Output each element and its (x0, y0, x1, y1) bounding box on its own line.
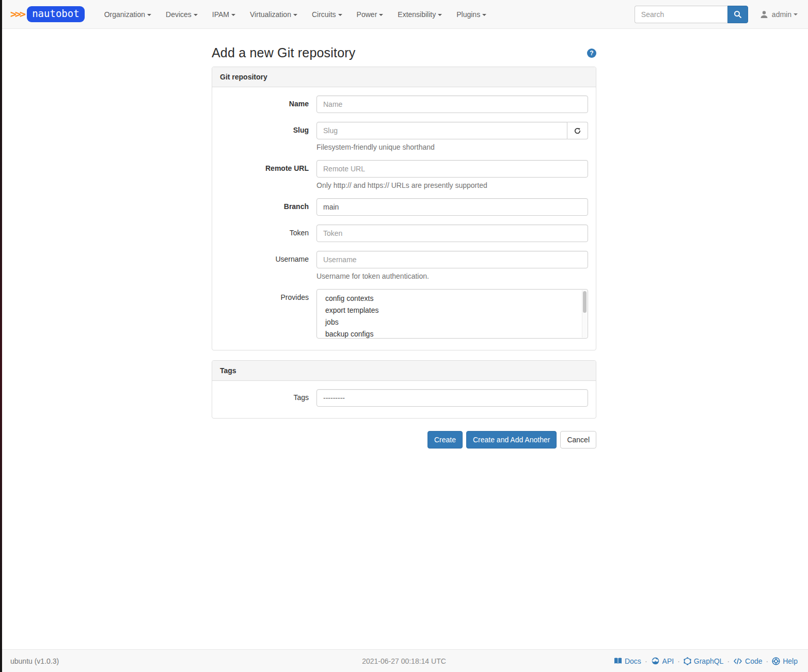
cancel-button[interactable]: Cancel (560, 431, 596, 449)
help-link[interactable]: Help (772, 657, 798, 665)
api-icon (651, 657, 660, 665)
tags-input[interactable] (316, 389, 588, 407)
menu-item-circuits[interactable]: Circuits (305, 5, 350, 24)
menu-item-ipam[interactable]: IPAM (205, 5, 243, 24)
branch-input[interactable] (316, 198, 588, 216)
provides-option-config-contexts[interactable]: config contexts (317, 293, 588, 305)
help-icon (772, 657, 780, 665)
create-and-add-another-button[interactable]: Create and Add Another (466, 431, 557, 449)
main-menu: Organization Devices IPAM Virtualization… (97, 5, 635, 24)
menu-item-plugins[interactable]: Plugins (449, 5, 494, 24)
search-icon (734, 10, 742, 19)
chevron-down-icon (194, 14, 198, 16)
remote-url-input[interactable] (316, 160, 588, 178)
regenerate-slug-button[interactable] (567, 122, 588, 139)
name-field-row: Name (220, 95, 588, 113)
provides-option-backup-configs[interactable]: backup configs (317, 328, 588, 339)
remote-url-label: Remote URL (220, 160, 316, 189)
name-label: Name (220, 95, 316, 113)
menu-item-organization[interactable]: Organization (97, 5, 159, 24)
code-link[interactable]: Code (733, 657, 762, 665)
panel-title: Git repository (212, 67, 596, 87)
search-input[interactable] (635, 6, 727, 23)
branch-field-row: Branch (220, 198, 588, 216)
logo-chevrons-icon: >>> (10, 9, 24, 19)
menu-item-extensibility[interactable]: Extensibility (390, 5, 449, 24)
separator: · (645, 657, 647, 665)
token-field-row: Token (220, 225, 588, 242)
search-button[interactable] (727, 6, 748, 23)
chevron-down-icon (338, 14, 342, 16)
menu-item-devices[interactable]: Devices (159, 5, 205, 24)
separator: · (766, 657, 769, 665)
separator: · (677, 657, 680, 665)
tags-field-row: Tags (220, 389, 588, 407)
user-menu[interactable]: admin (759, 10, 798, 19)
hostname-version: ubuntu (v1.0.3) (10, 657, 207, 665)
username-help-text: Username for token authentication. (316, 272, 588, 280)
menu-item-virtualization[interactable]: Virtualization (243, 5, 305, 24)
slug-help-text: Filesystem-friendly unique shorthand (316, 143, 588, 151)
docs-link[interactable]: Docs (614, 657, 641, 665)
username-field-row: Username Username for token authenticati… (220, 251, 588, 280)
form-actions: Create Create and Add Another Cancel (212, 431, 596, 449)
page-footer: ubuntu (v1.0.3) 2021-06-27 00:18:14 UTC … (0, 649, 808, 672)
help-icon[interactable]: ? (587, 49, 596, 58)
logo-wordmark: nautobot (27, 6, 85, 22)
refresh-icon (574, 127, 581, 135)
navbar-search (635, 6, 748, 23)
user-label: admin (772, 10, 791, 19)
chevron-down-icon (379, 14, 383, 16)
nautobot-logo[interactable]: >>> nautobot (10, 6, 85, 22)
docs-icon (614, 657, 622, 665)
create-button[interactable]: Create (427, 431, 463, 449)
provides-multiselect[interactable]: config contexts export templates jobs ba… (316, 289, 588, 339)
slug-label: Slug (220, 122, 316, 151)
slug-input[interactable] (316, 122, 567, 139)
code-icon (733, 658, 742, 665)
footer-links: Docs · API · GraphQL · (601, 657, 798, 665)
page-title: Add a new Git repository (212, 45, 356, 60)
user-icon (759, 10, 769, 19)
provides-option-jobs[interactable]: jobs (317, 316, 588, 328)
chevron-down-icon (293, 14, 297, 16)
git-repository-panel: Git repository Name Slug (212, 67, 596, 350)
remote-url-help-text: Only http:// and https:// URLs are prese… (316, 181, 588, 189)
chevron-down-icon (231, 14, 235, 16)
menu-item-power[interactable]: Power (350, 5, 391, 24)
username-input[interactable] (316, 251, 588, 268)
chevron-down-icon (438, 14, 442, 16)
tags-label: Tags (220, 389, 316, 407)
top-navbar: >>> nautobot Organization Devices IPAM V… (0, 0, 808, 29)
api-link[interactable]: API (651, 657, 674, 665)
listbox-scrollbar[interactable] (582, 290, 587, 338)
remote-url-field-row: Remote URL Only http:// and https:// URL… (220, 160, 588, 189)
username-label: Username (220, 251, 316, 280)
scrollbar-thumb[interactable] (583, 291, 587, 313)
graphql-link[interactable]: GraphQL (684, 657, 724, 665)
graphql-icon (684, 657, 691, 665)
provides-field-row: Provides config contexts export template… (220, 289, 588, 339)
chevron-down-icon (794, 13, 798, 15)
chevron-down-icon (482, 14, 486, 16)
tags-panel-title: Tags (212, 361, 596, 381)
screen-edge-strip (0, 0, 2, 672)
chevron-down-icon (147, 14, 151, 16)
tags-panel: Tags Tags (212, 360, 596, 419)
main-content: Add a new Git repository ? Git repositor… (212, 45, 596, 449)
token-input[interactable] (316, 225, 588, 242)
name-input[interactable] (316, 95, 588, 113)
server-timestamp: 2021-06-27 00:18:14 UTC (207, 657, 601, 665)
separator: · (727, 657, 730, 665)
slug-field-row: Slug Filesystem-friendly unique shorthan… (220, 122, 588, 151)
provides-option-export-templates[interactable]: export templates (317, 305, 588, 316)
token-label: Token (220, 225, 316, 242)
branch-label: Branch (220, 198, 316, 216)
provides-label: Provides (220, 289, 316, 339)
